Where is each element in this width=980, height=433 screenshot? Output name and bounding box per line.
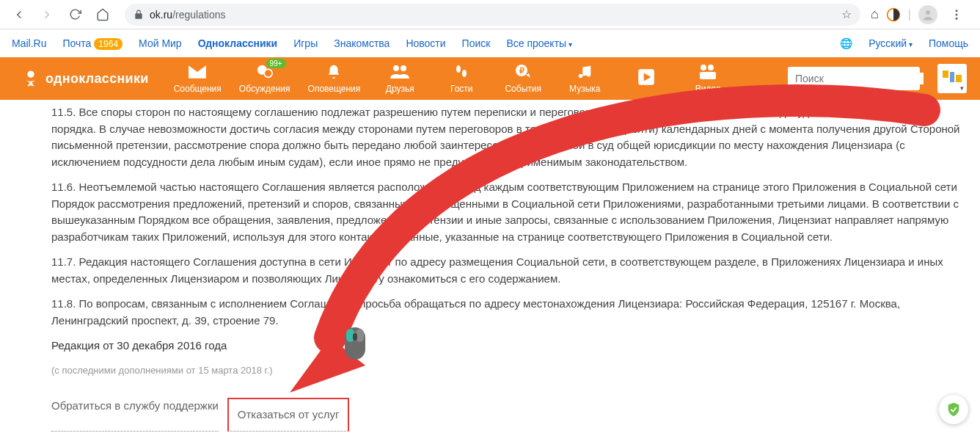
svg-point-4 — [956, 17, 958, 19]
user-avatar-thumb — [941, 68, 963, 90]
topnav-odnoklassniki[interactable]: Одноклассники — [198, 37, 278, 49]
ok-logo-icon — [21, 68, 41, 89]
footsteps-icon — [453, 63, 470, 81]
contact-support-link[interactable]: Обратиться в службу поддержки — [51, 398, 219, 432]
svg-rect-19 — [700, 72, 716, 79]
site-logo-text: одноклассники — [45, 71, 149, 87]
lock-icon — [134, 10, 144, 20]
music-icon — [577, 63, 593, 81]
user-menu[interactable] — [937, 64, 967, 93]
extension-swirl-icon[interactable] — [886, 7, 901, 22]
svg-rect-22 — [943, 70, 948, 78]
svg-point-11 — [462, 70, 467, 77]
svg-point-3 — [956, 13, 958, 15]
nav-friends[interactable]: Друзья — [378, 63, 422, 94]
nav-play[interactable] — [624, 68, 668, 89]
back-button[interactable] — [7, 3, 31, 26]
mail-icon — [188, 65, 207, 79]
ruble-icon: ₽ — [514, 63, 532, 81]
svg-point-9 — [401, 65, 406, 71]
nav-notifications[interactable]: Оповещения — [308, 63, 361, 94]
profile-avatar[interactable] — [918, 5, 937, 24]
site-logo[interactable]: одноклассники — [21, 68, 149, 89]
video-icon — [698, 64, 718, 80]
svg-point-5 — [27, 71, 34, 78]
nav-music[interactable]: Музыка — [563, 63, 607, 94]
address-bar[interactable]: ok.ru/regulations ☆ — [125, 4, 860, 26]
nav-guests[interactable]: Гости — [439, 63, 483, 94]
browser-toolbar: ok.ru/regulations ☆ ⌂ | — [0, 0, 980, 29]
topnav-mailru[interactable]: Mail.Ru — [12, 37, 46, 49]
svg-point-14 — [579, 74, 583, 79]
svg-point-8 — [393, 65, 399, 71]
para-11-8: 11.8. По вопросам, связанным с исполнени… — [51, 296, 962, 329]
svg-rect-23 — [950, 72, 954, 82]
site-navbar: одноклассники Сообщения 99+Обсуждения Оп… — [0, 57, 980, 100]
bell-icon — [326, 63, 342, 81]
topnav-all-projects[interactable]: Все проекты — [506, 37, 572, 49]
extension-house-icon[interactable]: ⌂ — [871, 7, 879, 22]
para-11-6: 11.6. Неотъемлемой частью настоящего Сог… — [51, 179, 962, 245]
shield-icon — [946, 401, 962, 418]
svg-point-7 — [264, 69, 272, 77]
svg-rect-28 — [353, 333, 357, 341]
reload-button[interactable] — [63, 3, 87, 26]
security-shield-badge[interactable] — [939, 395, 968, 424]
friends-icon — [390, 64, 410, 80]
nav-discussions[interactable]: 99+Обсуждения — [239, 63, 290, 94]
para-11-7: 11.7. Редакция настоящего Соглашения дос… — [51, 254, 962, 287]
svg-point-1 — [926, 10, 930, 15]
portal-topnav: Mail.Ru Почта1964 Мой Мир Одноклассники … — [0, 29, 980, 57]
url-text: ok.ru/regulations — [150, 9, 226, 21]
topnav-pochta[interactable]: Почта1964 — [62, 37, 122, 49]
revision-date: Редакция от 30 декабря 2016 года — [51, 338, 962, 354]
forward-button[interactable] — [35, 3, 59, 26]
svg-point-17 — [701, 65, 706, 70]
globe-icon: 🌐 — [840, 37, 852, 49]
revision-subnote: (с последними дополнениями от 15 марта 2… — [51, 363, 962, 378]
svg-point-2 — [956, 10, 958, 12]
svg-rect-24 — [956, 75, 962, 82]
home-button[interactable] — [91, 3, 114, 26]
search-box[interactable] — [788, 67, 920, 90]
svg-text:₽: ₽ — [519, 66, 524, 75]
svg-point-10 — [456, 65, 461, 73]
topnav-igry[interactable]: Игры — [293, 37, 318, 49]
nav-messages[interactable]: Сообщения — [174, 63, 222, 94]
refuse-services-link[interactable]: Отказаться от услуг — [227, 398, 350, 432]
language-switch[interactable]: Русский — [869, 37, 913, 49]
para-11-5: 11.5. Все споры сторон по настоящему сог… — [51, 104, 962, 170]
topnav-znakomstva[interactable]: Знакомства — [334, 37, 390, 49]
topnav-poisk[interactable]: Поиск — [462, 37, 491, 49]
help-link[interactable]: Помощь — [929, 37, 968, 49]
search-input[interactable] — [795, 73, 924, 84]
play-icon — [637, 68, 656, 87]
topnav-moimir[interactable]: Мой Мир — [139, 37, 182, 49]
bookmark-star-icon[interactable]: ☆ — [841, 7, 852, 21]
mouse-cursor-graphic — [343, 326, 367, 361]
kebab-menu[interactable] — [945, 3, 968, 26]
discussions-badge: 99+ — [266, 59, 286, 68]
svg-point-18 — [708, 65, 714, 70]
svg-point-15 — [587, 73, 591, 77]
regulations-content: 11.5. Все споры сторон по настоящему сог… — [0, 104, 980, 433]
topnav-novosti[interactable]: Новости — [406, 37, 445, 49]
mail-count-badge: 1964 — [94, 38, 122, 50]
nav-events[interactable]: ₽События — [501, 63, 545, 94]
nav-video[interactable]: Видео — [686, 63, 730, 94]
